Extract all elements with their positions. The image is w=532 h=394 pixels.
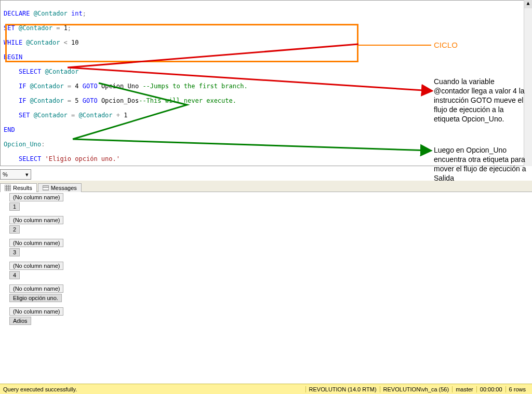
svg-rect-5 bbox=[43, 186, 49, 190]
result-block: 1(No column name) 14 bbox=[1, 262, 531, 279]
zoom-value: % bbox=[3, 171, 8, 178]
kw-declare: DECLARE bbox=[4, 10, 30, 17]
status-bar: Query executed successfully. REVOLUTION … bbox=[0, 384, 532, 394]
svg-rect-0 bbox=[5, 185, 11, 191]
annotation-ciclo-label: CICLO bbox=[434, 40, 458, 49]
result-block: 1(No column name) 11 bbox=[1, 193, 531, 211]
annotation-green-text: Luego en Opcion_Uno encuentra otra etiqu… bbox=[434, 145, 527, 183]
result-cell[interactable]: 1 bbox=[9, 202, 20, 211]
col-header: (No column name) bbox=[9, 216, 63, 224]
result-cell[interactable]: Adios bbox=[9, 317, 31, 325]
status-rows: 6 rows bbox=[506, 386, 529, 392]
result-cell[interactable]: 2 bbox=[9, 225, 20, 234]
status-time: 00:00:00 bbox=[476, 386, 506, 392]
annotation-red-text: Cuando la variable @contador llega a val… bbox=[434, 77, 527, 124]
results-tabs: Results Messages bbox=[0, 181, 532, 192]
col-header: (No column name) bbox=[9, 284, 63, 293]
tab-results-label: Results bbox=[13, 185, 32, 191]
result-block: 1(No column name) 1Eligio opción uno. bbox=[1, 284, 531, 302]
annotation-ciclo-connector bbox=[358, 45, 431, 46]
tab-results[interactable]: Results bbox=[0, 183, 37, 192]
result-block: 1(No column name) 12 bbox=[1, 216, 531, 234]
messages-icon bbox=[43, 185, 49, 191]
status-message: Query executed successfully. bbox=[3, 386, 77, 392]
scroll-up-icon[interactable]: ▲ bbox=[524, 0, 532, 8]
chevron-down-icon: ▾ bbox=[25, 171, 29, 178]
result-cell[interactable]: 4 bbox=[9, 271, 20, 279]
tab-messages[interactable]: Messages bbox=[38, 183, 82, 192]
zoom-combo[interactable]: % ▾ bbox=[0, 169, 31, 180]
grid-icon bbox=[5, 185, 11, 191]
col-header: (No column name) bbox=[9, 239, 63, 247]
results-pane[interactable]: 1(No column name) 11 1(No column name) 1… bbox=[0, 192, 532, 384]
col-header: (No column name) bbox=[9, 262, 63, 270]
result-block: 1(No column name) 13 bbox=[1, 239, 531, 256]
result-cell[interactable]: Eligio opción uno. bbox=[9, 294, 62, 302]
status-server: REVOLUTION (14.0 RTM) bbox=[305, 386, 380, 392]
tab-messages-label: Messages bbox=[51, 185, 77, 191]
result-cell[interactable]: 3 bbox=[9, 248, 20, 256]
col-header: (No column name) bbox=[9, 193, 63, 201]
result-block: 1(No column name) 1Adios bbox=[1, 307, 531, 325]
status-db: master bbox=[452, 386, 476, 392]
status-login: REVOLUTION\vh_ca (56) bbox=[380, 386, 453, 392]
col-header: (No column name) bbox=[9, 307, 63, 316]
